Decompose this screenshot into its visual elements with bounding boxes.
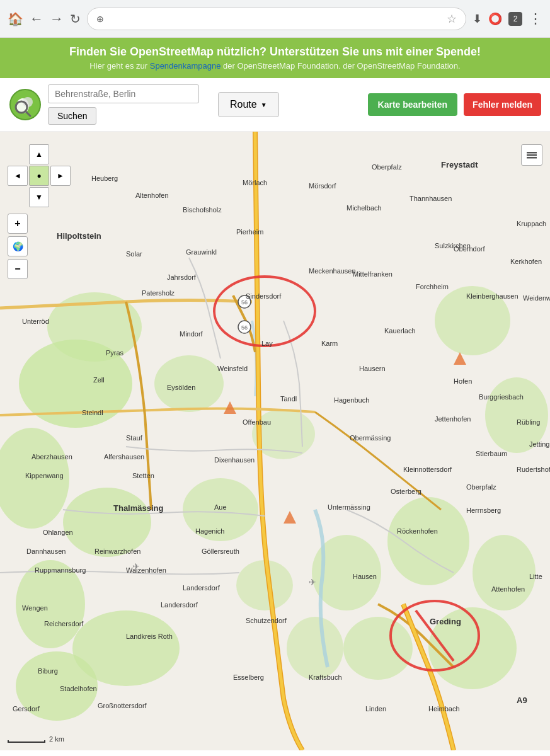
address-bar[interactable]: ⊕ openstreetmap.de/karte/ ☆ <box>87 8 466 30</box>
search-button[interactable]: Suchen <box>48 107 96 125</box>
home-icon[interactable]: 🏠 <box>8 11 23 26</box>
donation-main-text: Finden Sie OpenStreetMap nützlich? Unter… <box>8 45 542 59</box>
svg-rect-37 <box>527 152 537 154</box>
globe-button[interactable]: 🌍 <box>8 236 28 256</box>
donation-link[interactable]: Spendenkampagne <box>150 61 221 71</box>
svg-text:✈: ✈ <box>309 577 316 587</box>
svg-point-9 <box>16 560 85 648</box>
svg-text:✈: ✈ <box>132 561 140 571</box>
svg-point-17 <box>473 535 536 610</box>
pan-control[interactable]: ▲ ◄ ● ► ▼ <box>8 144 71 207</box>
map-container[interactable]: 56 56 ✈ ✈ FreystadtHeubergOberpfalzAlten… <box>0 132 550 750</box>
scale-label: 2 km <box>49 735 64 743</box>
search-input[interactable] <box>48 84 199 103</box>
pan-up-button[interactable]: ▲ <box>29 144 49 164</box>
layers-button[interactable] <box>521 144 542 166</box>
tab-count[interactable]: 2 <box>508 12 522 26</box>
pan-right-button[interactable]: ► <box>50 166 71 186</box>
layers-icon <box>525 149 538 161</box>
share-icon[interactable]: ⭕ <box>488 12 502 26</box>
browser-chrome: 🏠 ← → ↻ ⊕ openstreetmap.de/karte/ ☆ ⬇ ⭕ … <box>0 0 550 38</box>
back-icon[interactable]: ← <box>30 11 43 27</box>
tracking-protection-icon: ⊕ <box>96 14 104 24</box>
svg-point-12 <box>154 355 224 412</box>
menu-icon[interactable]: ⋮ <box>529 11 542 27</box>
osm-logo <box>9 88 42 121</box>
svg-point-11 <box>16 651 98 721</box>
report-error-button[interactable]: Fehler melden <box>464 93 541 116</box>
donation-sub-text: Hier geht es zur Spendenkampagne der Ope… <box>8 61 542 71</box>
edit-map-button[interactable]: Karte bearbeiten <box>368 93 457 116</box>
search-area: Suchen Route ▼ Karte bearbeiten Fehler m… <box>0 78 550 132</box>
svg-point-23 <box>435 286 510 355</box>
pan-center-button[interactable]: ● <box>29 166 49 186</box>
zoom-in-button[interactable]: + <box>8 214 28 234</box>
svg-rect-38 <box>527 154 537 156</box>
url-input[interactable]: openstreetmap.de/karte/ <box>109 13 442 24</box>
zoom-out-button[interactable]: − <box>8 259 28 279</box>
pan-down-button[interactable]: ▼ <box>29 187 49 207</box>
svg-point-8 <box>63 488 151 557</box>
svg-text:56: 56 <box>241 299 248 306</box>
svg-point-19 <box>343 617 413 680</box>
search-inputs: Suchen <box>48 84 199 125</box>
scale-ruler <box>8 740 45 743</box>
svg-text:56: 56 <box>241 324 248 331</box>
svg-point-16 <box>387 497 469 585</box>
bookmark-icon[interactable]: ☆ <box>447 12 457 26</box>
map-controls: ▲ ◄ ● ► ▼ + 🌍 − <box>8 144 71 279</box>
scale-bar: 2 km <box>8 734 64 743</box>
svg-point-21 <box>287 617 343 680</box>
svg-rect-39 <box>527 157 537 159</box>
map-svg: 56 56 ✈ ✈ <box>0 132 550 750</box>
svg-point-14 <box>183 478 258 541</box>
forward-icon[interactable]: → <box>50 11 64 27</box>
download-icon[interactable]: ⬇ <box>473 12 482 26</box>
reload-icon[interactable]: ↻ <box>70 11 81 26</box>
pan-left-button[interactable]: ◄ <box>8 166 28 186</box>
svg-point-24 <box>485 377 548 453</box>
route-dropdown-arrow: ▼ <box>261 101 267 108</box>
donation-banner: Finden Sie OpenStreetMap nützlich? Unter… <box>0 38 550 78</box>
route-button[interactable]: Route ▼ <box>218 92 279 117</box>
